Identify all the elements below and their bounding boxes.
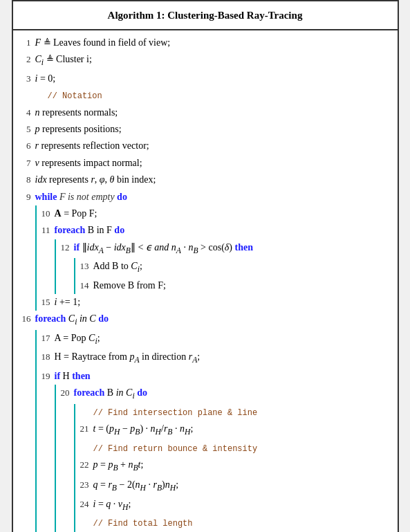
while-content: 10 A = Pop F; 11 foreach B in F do — [39, 205, 391, 311]
line-2: 2 Ci ≜ Cluster i; — [20, 51, 391, 70]
line-content-22: p = pB + nBt; — [93, 457, 391, 475]
line-7: 7 v represents impact normal; — [20, 155, 391, 172]
line-num-16: 16 — [20, 312, 35, 327]
while-vbar — [35, 205, 37, 311]
line-num-10: 10 — [39, 207, 55, 221]
line-content-3: i = 0; — [35, 71, 391, 86]
if-h-content: 20 foreach B in Ci do — [59, 385, 391, 532]
line-comment-p: // Find return bounce & intensity — [78, 440, 391, 457]
line-24: 24 i = q · vH; — [78, 496, 391, 515]
line-20: 20 foreach B in Ci do — [59, 385, 391, 403]
algorithm-box: Algorithm 1: Clustering-Based Ray-Tracin… — [12, 0, 399, 532]
line-num-22: 22 — [78, 458, 93, 473]
foreach-b-block: 12 if ‖idxA − idxB‖ < ϵ and nA · nB > co… — [39, 239, 391, 294]
line-content-15: i += 1; — [55, 295, 391, 310]
line-num-11: 11 — [39, 223, 55, 238]
line-content-7: v represents impact normal; — [35, 156, 391, 171]
line-num-13: 13 — [78, 259, 93, 274]
foreach-b-ci-block: // Find intersection plane & line 21 t =… — [59, 404, 391, 532]
line-16: 16 foreach Ci in C do — [20, 311, 391, 329]
line-17: 17 A = Pop Ci; — [39, 330, 391, 349]
line-content-11: foreach B in F do — [55, 223, 391, 238]
foreach-ci-content: 17 A = Pop Ci; 18 H = Raytrace from pA i… — [39, 330, 391, 532]
foreach-ci-vbar — [35, 330, 37, 532]
line-num-20: 20 — [59, 386, 74, 401]
foreach-b-ci-vbar — [74, 404, 75, 532]
line-content-9: while F is not empty do — [35, 190, 391, 205]
line-num-23: 23 — [78, 478, 93, 493]
line-content-4: n represents normals; — [35, 105, 391, 120]
foreach-b-content: 12 if ‖idxA − idxB‖ < ϵ and nA · nB > co… — [59, 239, 391, 294]
line-content-18: H = Raytrace from pA in direction rA; — [55, 349, 391, 367]
foreach-ci-block: 17 A = Pop Ci; 18 H = Raytrace from pA i… — [20, 330, 391, 532]
line-11: 11 foreach B in F do — [39, 222, 391, 239]
line-content-6: r represents reflection vector; — [35, 138, 391, 154]
line-8: 8 idx represents r, φ, θ bin index; — [20, 172, 391, 188]
line-content-ci: // Find intersection plane & line — [93, 405, 391, 420]
line-9: 9 while F is not empty do — [20, 189, 391, 205]
line-content-20: foreach B in Ci do — [74, 385, 391, 403]
line-content-19: if H then — [55, 369, 391, 384]
if-content: 13 Add B to Ci; 14 Remove B from — [78, 258, 391, 294]
algorithm-body: 1 F ≜ Leaves found in field of view; 2 C… — [13, 30, 398, 532]
line-num-4: 4 — [20, 106, 35, 120]
line-num-14: 14 — [78, 279, 93, 293]
line-num-9: 9 — [20, 190, 35, 205]
line-23: 23 q = rB − 2(nH · rB)nH; — [78, 477, 391, 495]
line-4: 4 n represents normals; — [20, 104, 391, 121]
line-num-15: 15 — [39, 295, 55, 310]
line-content-5: p represents positions; — [35, 122, 391, 137]
line-content-16: foreach Ci in C do — [35, 311, 391, 329]
line-content-notation: // Notation — [35, 88, 391, 103]
line-num-24: 24 — [78, 497, 93, 512]
line-22: 22 p = pB + nBt; — [78, 457, 391, 475]
line-num-3: 3 — [20, 72, 35, 86]
while-block: 10 A = Pop F; 11 foreach B in F do — [20, 205, 391, 311]
line-comment-total: // Find total length — [78, 515, 391, 531]
line-content-13: Add B to Ci; — [93, 259, 391, 276]
line-content-10: A = Pop F; — [55, 206, 391, 221]
line-content-24: i = q · vH; — [93, 497, 391, 514]
line-num-6: 6 — [20, 139, 35, 154]
line-num-21: 21 — [78, 422, 93, 437]
line-num-5: 5 — [20, 122, 35, 137]
foreach-b-ci-content: // Find intersection plane & line 21 t =… — [78, 404, 391, 532]
foreach-b-vbar — [55, 239, 56, 294]
line-comment-intersection: // Find intersection plane & line — [78, 404, 391, 421]
line-content-23: q = rB − 2(nH · rB)nH; — [93, 477, 391, 495]
line-content-17: A = Pop Ci; — [55, 331, 391, 348]
if-h-vbar — [55, 385, 56, 532]
line-content-2: Ci ≜ Cluster i; — [35, 52, 391, 69]
line-13: 13 Add B to Ci; — [78, 258, 391, 277]
line-19: 19 if H then — [39, 368, 391, 385]
line-3: 3 i = 0; — [20, 71, 391, 87]
line-content-14: Remove B from F; — [93, 278, 391, 293]
line-content-8: idx represents r, φ, θ bin index; — [35, 172, 391, 187]
line-21: 21 t = (pH − pB) · nH/rB · nH; — [78, 421, 391, 439]
line-content-21: t = (pH − pB) · nH/rB · nH; — [93, 421, 391, 439]
line-6: 6 r represents reflection vector; — [20, 138, 391, 154]
line-content-12: if ‖idxA − idxB‖ < ϵ and nA · nB > cos(δ… — [74, 240, 391, 257]
line-num-18: 18 — [39, 350, 55, 365]
line-num-8: 8 — [20, 173, 35, 187]
line-content-cp: // Find return bounce & intensity — [93, 441, 391, 456]
line-num-19: 19 — [39, 369, 55, 384]
line-num-2: 2 — [20, 53, 35, 67]
line-18: 18 H = Raytrace from pA in direction rA; — [39, 349, 391, 367]
line-num-17: 17 — [39, 331, 55, 346]
if-block: 13 Add B to Ci; 14 Remove B from — [59, 258, 391, 294]
line-14: 14 Remove B from F; — [78, 277, 391, 294]
if-h-block: 20 foreach B in Ci do — [39, 385, 391, 532]
line-content-ct: // Find total length — [93, 515, 391, 531]
line-12: 12 if ‖idxA − idxB‖ < ϵ and nA · nB > co… — [59, 239, 391, 258]
line-num-12: 12 — [59, 241, 74, 255]
algorithm-title: Algorithm 1: Clustering-Based Ray-Tracin… — [13, 1, 398, 30]
if-vbar — [74, 258, 75, 294]
algorithm-label: Algorithm 1: Clustering-Based Ray-Tracin… — [108, 10, 303, 21]
line-num-1: 1 — [20, 36, 35, 51]
line-10: 10 A = Pop F; — [39, 205, 391, 222]
line-notation-comment: // Notation — [20, 87, 391, 104]
line-content-1: F ≜ Leaves found in field of view; — [35, 35, 391, 51]
line-num-7: 7 — [20, 156, 35, 171]
line-15: 15 i += 1; — [39, 294, 391, 311]
